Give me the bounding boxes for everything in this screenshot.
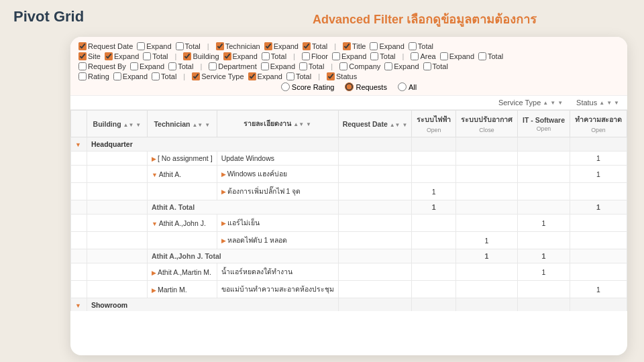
filter-total-1[interactable]: Total — [176, 42, 201, 50]
filter-request-by[interactable]: Request By — [78, 62, 126, 70]
adv-filter-label: Advanced Filter เลือกดูข้อมูลตามต้องการ — [313, 9, 537, 29]
filter-total-area[interactable]: Total — [478, 52, 503, 60]
filter-rating[interactable]: Rating — [78, 72, 109, 80]
radio-requests[interactable]: Requests — [345, 82, 386, 91]
table-container: Building ▲▼ ▼ Technician ▲▼ ▼ รายละเอียด… — [70, 110, 627, 311]
filter-department[interactable]: Department — [209, 62, 256, 70]
filter-total-svctype[interactable]: Total — [286, 72, 311, 80]
filter-request-date[interactable]: Request Date — [78, 42, 133, 50]
col-empty — [71, 111, 87, 137]
col-building-header[interactable]: Building ▲▼ ▼ — [87, 111, 147, 137]
filter-floor[interactable]: Floor — [302, 52, 328, 60]
main-card: Request Date Expand Total | Technician E… — [70, 37, 627, 355]
filter-total-dept[interactable]: Total — [299, 62, 324, 70]
table-row: Athit A.,John J. Total 1 1 — [71, 249, 627, 263]
table-row: ▶[ No assignment ] Update Windows 1 — [71, 152, 627, 166]
filter-expand-site[interactable]: Expand — [105, 52, 139, 60]
filter-expand-building[interactable]: Expand — [223, 52, 258, 60]
filter-area: Request Date Expand Total | Technician E… — [70, 37, 627, 96]
filter-site[interactable]: Site — [78, 52, 101, 60]
table-row: ▼Athit A. ▶Windows แฮงค์บ่อย 1 — [71, 166, 627, 183]
col-elec-header: ระบบไฟฟ้าOpen — [412, 111, 456, 137]
table-row: ▼ Showroom — [71, 298, 627, 312]
col-tech-header[interactable]: Technician ▲▼ ▼ — [147, 111, 217, 137]
status-sort[interactable]: Status ▲ ▼ ▼ — [576, 99, 619, 107]
page-title: Pivot Grid — [13, 8, 84, 25]
radio-score-rating[interactable]: Score Rating — [281, 82, 335, 91]
filter-funnel-icon-2: ▼ — [614, 100, 619, 106]
filter-expand-company[interactable]: Expand — [384, 62, 419, 70]
radio-all[interactable]: All — [398, 82, 417, 91]
filter-status[interactable]: Status — [327, 72, 357, 80]
filter-total-reqby[interactable]: Total — [168, 62, 193, 70]
filter-title[interactable]: Title — [343, 42, 366, 50]
table-row: ▼ Headquarter — [71, 137, 627, 152]
col-clean-header: ทำความสะอาดOpen — [570, 111, 627, 137]
filter-total-floor[interactable]: Total — [370, 52, 395, 60]
table-row: Athit A. Total 1 1 — [71, 200, 627, 215]
filter-total-building[interactable]: Total — [262, 52, 286, 60]
filter-expand-reqby[interactable]: Expand — [130, 62, 164, 70]
filter-row-1: Request Date Expand Total | Technician E… — [78, 42, 619, 50]
filter-expand-area[interactable]: Expand — [440, 52, 474, 60]
filter-area[interactable]: Area — [411, 52, 435, 60]
filter-expand-tech[interactable]: Expand — [264, 42, 299, 50]
filter-technician[interactable]: Technician — [216, 42, 260, 50]
col-date-header[interactable]: Request Date ▲▼ ▼ — [338, 111, 412, 137]
filter-expand-floor[interactable]: Expand — [332, 52, 366, 60]
col-desc-header[interactable]: รายละเอียดงาน ▲▼ ▼ — [217, 111, 338, 137]
col-ac-header: ระบบปรับอากาศClose — [455, 111, 517, 137]
sort-down-icon-2: ▼ — [606, 100, 612, 106]
col-itsw-header: IT - SoftwareOpen — [518, 111, 570, 137]
filter-expand-rating[interactable]: Expand — [113, 72, 148, 80]
filter-total-tech[interactable]: Total — [303, 42, 327, 50]
filter-expand-title[interactable]: Expand — [370, 42, 404, 50]
table-row: ▶หลอดไฟดับ 1 หลอด 1 — [71, 232, 627, 249]
service-type-sort[interactable]: Service Type ▲ ▼ ▼ — [498, 99, 563, 107]
filter-company[interactable]: Company — [339, 62, 380, 70]
service-sub-header: Service Type ▲ ▼ ▼ Status ▲ ▼ ▼ — [70, 96, 627, 110]
table-row: ▼Athit A.,John J. ▶แอร์ไม่เย็น 1 — [71, 215, 627, 232]
filter-total-rating[interactable]: Total — [152, 72, 176, 80]
table-row: ▶Athit A.,Martin M. น้ำแอร์หยดลงใต้ทำงาน… — [71, 263, 627, 281]
filter-row-3: Request By Expand Total | Department Exp… — [78, 62, 619, 70]
filter-expand-svctype[interactable]: Expand — [248, 72, 282, 80]
filter-total-title[interactable]: Total — [409, 42, 433, 50]
filter-row-4: Rating Expand Total | Service Type Expan… — [78, 72, 619, 80]
filter-total-site[interactable]: Total — [143, 52, 168, 60]
filter-row-2: Site Expand Total | Building Expand Tota… — [78, 52, 619, 60]
filter-expand-dept[interactable]: Expand — [261, 62, 295, 70]
filter-expand-1[interactable]: Expand — [137, 42, 171, 50]
radio-row: Score Rating Requests All — [78, 82, 619, 91]
filter-funnel-icon: ▼ — [557, 100, 563, 106]
sort-up-icon: ▲ — [543, 100, 548, 106]
filter-service-type[interactable]: Service Type — [192, 72, 244, 80]
sort-down-icon: ▼ — [550, 100, 555, 106]
sort-up-icon-2: ▲ — [599, 100, 604, 106]
filter-total-company[interactable]: Total — [423, 62, 448, 70]
table-row: ▶ต้องการเพิ่มปลั๊กไฟ 1 จุด 1 — [71, 183, 627, 200]
table-row: ▶Martin M. ขอแม่บ้านทำความสะอาดห้องประชุ… — [71, 281, 627, 298]
filter-building[interactable]: Building — [183, 52, 219, 60]
pivot-table: Building ▲▼ ▼ Technician ▲▼ ▼ รายละเอียด… — [70, 110, 627, 311]
